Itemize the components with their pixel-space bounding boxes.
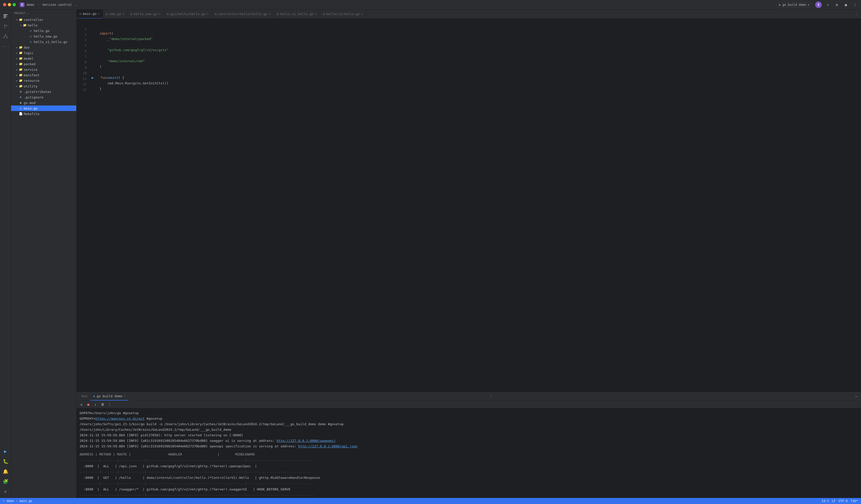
openapi-link[interactable]: http://127.0.0.1:8000/api.json xyxy=(298,444,357,448)
go-file-icon: ○ xyxy=(29,40,33,44)
tab-close-button[interactable]: ✕ xyxy=(98,12,100,15)
swagger-link[interactable]: http://127.0.0.1:8000/swagger/ xyxy=(277,439,336,442)
go-file-tab-icon: ○ xyxy=(106,12,108,16)
status-charset[interactable]: UTF-8 xyxy=(838,499,848,503)
rerun-button[interactable]: ↺ xyxy=(79,401,84,407)
activity-notifications-icon[interactable]: 🔔 xyxy=(1,467,10,476)
table-row: :8000 | GET | /hello | demo/internal/con… xyxy=(80,475,858,481)
table-divider: ----------|--------|-------------|------… xyxy=(80,469,858,475)
tree-item-dao[interactable]: ▶ 📁 dao xyxy=(11,44,76,50)
tab-close-button[interactable]: ✕ xyxy=(123,12,124,16)
tab-hello-new-go[interactable]: ○ hello_new.go ✕ xyxy=(127,10,164,19)
activity-project-icon[interactable] xyxy=(1,12,10,21)
tree-item-gitattributes[interactable]: ⚙ .gitattributes xyxy=(11,89,76,94)
more-icon[interactable]: ⋮ xyxy=(852,2,858,8)
close-button[interactable] xyxy=(3,3,6,6)
tree-item-hello-go[interactable]: ○ hello.go xyxy=(11,28,76,33)
tab-label: main.go xyxy=(83,12,97,16)
tree-arrow-service: ▶ xyxy=(15,68,19,71)
run-toolbar-more-button[interactable]: ⋮ xyxy=(107,401,112,407)
output-line-6: 2024-11-15 15:59:59.884 [INFO] {a01c3191… xyxy=(80,438,858,444)
tab-hello-v1-hello2-go[interactable]: ○ hello/v1/hello.go ✕ xyxy=(320,10,366,19)
run-configuration-widget[interactable]: ▶ go build demo ▾ xyxy=(776,2,812,7)
activity-git-icon[interactable] xyxy=(1,22,10,31)
tab-close-button[interactable]: ✕ xyxy=(361,12,363,16)
run-toolbar: ↺ ■ ↓ 🗑 ⋮ xyxy=(77,400,861,408)
tree-item-main-go[interactable]: ○ main.go xyxy=(11,106,76,111)
tab-close-button[interactable]: ✕ xyxy=(315,12,317,16)
code-content[interactable]: import ( _ "demo/internal/packed" "githu… xyxy=(88,19,859,392)
editor-tabs: ○ main.go ✕ ○ cmd.go ✕ ○ hello_new.go ✕ … xyxy=(77,10,861,19)
layout-icon[interactable]: ▣ xyxy=(843,2,849,8)
run-panel-minimize-button[interactable]: — xyxy=(853,394,859,399)
code-editor[interactable]: 2 3 4 5 6 7 8 9 10 11 12 13 xyxy=(77,19,861,392)
tab-hello-v1-hello-go[interactable]: ○ hello_v1_hello.go ✕ xyxy=(274,10,320,19)
go-file-icon: ○ xyxy=(29,29,33,33)
activity-debug-icon[interactable]: 🐛 xyxy=(1,457,10,466)
run-output[interactable]: GOPATH=/Users/john/go #gosetup GOPROXY=h… xyxy=(77,408,861,498)
folder-icon: 📁 xyxy=(19,73,23,77)
status-line-ending[interactable]: LF xyxy=(832,499,836,503)
editor-content: 2 3 4 5 6 7 8 9 10 11 12 13 xyxy=(77,19,861,498)
goproxy-link[interactable]: https://goproxy.cn,direct xyxy=(95,417,145,420)
project-name[interactable]: demo xyxy=(26,3,34,6)
tab-api-hello-go[interactable]: ○ api/hello/hello.go ✕ xyxy=(164,10,212,19)
activity-run-icon[interactable]: ▶ xyxy=(1,447,10,456)
settings-icon[interactable]: ⚙ xyxy=(834,2,840,8)
tree-item-makefile[interactable]: 📄 Makefile xyxy=(11,111,76,117)
status-breadcrumb[interactable]: › main.go xyxy=(16,499,32,503)
maximize-button[interactable] xyxy=(13,3,16,6)
tab-close-button[interactable]: ✕ xyxy=(269,12,271,16)
tree-item-manifest[interactable]: ▶ 📁 manifest xyxy=(11,72,76,78)
run-panel: Run ▶ go build demo ✕ ⋮ — ↺ ■ ↓ xyxy=(77,392,861,498)
tree-item-packed[interactable]: ▶ 📁 packed xyxy=(11,61,76,67)
run-gutter-icon[interactable]: ▶ xyxy=(92,75,94,81)
line-numbers: 2 3 4 5 6 7 8 9 10 11 12 13 xyxy=(77,19,88,392)
scroll-to-end-button[interactable]: ↓ xyxy=(93,401,98,407)
tree-item-utility[interactable]: ▶ 📁 utility xyxy=(11,83,76,89)
tree-item-model[interactable]: ▶ 📁 model xyxy=(11,56,76,61)
tree-item-controller[interactable]: ▼ 📁 controller xyxy=(11,17,76,23)
svg-rect-0 xyxy=(3,14,8,15)
user-avatar[interactable]: G xyxy=(815,1,822,8)
run-tab-close-button[interactable]: ✕ xyxy=(124,395,126,398)
run-tabs-more-button[interactable]: ⋮ xyxy=(489,394,493,399)
minimize-button[interactable] xyxy=(8,3,11,6)
stop-button[interactable]: ■ xyxy=(86,401,91,407)
folder-icon: 📁 xyxy=(19,56,23,60)
tree-item-service[interactable]: ▶ 📁 service xyxy=(11,67,76,72)
tree-arrow-controller: ▼ xyxy=(15,18,19,22)
git-icon: ⑂ xyxy=(3,499,5,503)
activity-plugins-icon[interactable]: 🧩 xyxy=(1,477,10,486)
activity-structure-icon[interactable] xyxy=(1,32,10,41)
editor-scrollbar[interactable] xyxy=(859,19,861,392)
status-git-branch[interactable]: ⑂ demo xyxy=(3,499,14,503)
run-config-label: go build demo xyxy=(782,3,806,6)
tab-cmd-go[interactable]: ○ cmd.go ✕ xyxy=(103,10,127,19)
folder-icon: 📁 xyxy=(19,18,23,22)
activity-bottom-icon[interactable]: ⊕ xyxy=(1,487,10,496)
folder-icon: 📁 xyxy=(19,67,23,71)
clear-output-button[interactable]: 🗑 xyxy=(100,401,105,407)
tree-item-hello-v1-hello-go[interactable]: ○ hello_v1_hello.go xyxy=(11,39,76,44)
version-control-label[interactable]: Version control xyxy=(42,3,72,6)
tabs-more-button[interactable]: ⋮ xyxy=(853,12,861,16)
status-position[interactable]: 14:1 xyxy=(822,499,829,503)
output-line-3: /Users/john/Softs/go1.23.1/bin/go build … xyxy=(80,421,858,427)
tab-controller-hello-go[interactable]: ○ controller/hello/hello.go ✕ xyxy=(212,10,274,19)
code-line: _ "demo/internal/packed" xyxy=(88,36,859,42)
tree-item-gomod[interactable]: ◉ go.mod xyxy=(11,100,76,106)
activity-more-icon[interactable]: ··· xyxy=(1,42,10,51)
tree-item-logic[interactable]: ▶ 📁 logic xyxy=(11,50,76,56)
tree-item-hello-new-go[interactable]: ○ hello_new.go xyxy=(11,33,76,39)
tab-main-go[interactable]: ○ main.go ✕ xyxy=(77,10,103,19)
run-tab-run[interactable]: Run xyxy=(79,393,91,400)
status-indent[interactable]: Tab* xyxy=(851,499,858,503)
tree-item-gitignore[interactable]: ⊘ .gitignore xyxy=(11,94,76,100)
tree-item-resource[interactable]: ▶ 📁 resource xyxy=(11,78,76,83)
search-icon[interactable]: ⌕ xyxy=(825,2,831,8)
tab-close-button[interactable]: ✕ xyxy=(207,12,209,16)
tab-close-button[interactable]: ✕ xyxy=(159,12,161,16)
tree-item-hello[interactable]: ▼ 📁 hello xyxy=(11,23,76,28)
run-tab-build[interactable]: ▶ go build demo ✕ xyxy=(91,393,128,400)
